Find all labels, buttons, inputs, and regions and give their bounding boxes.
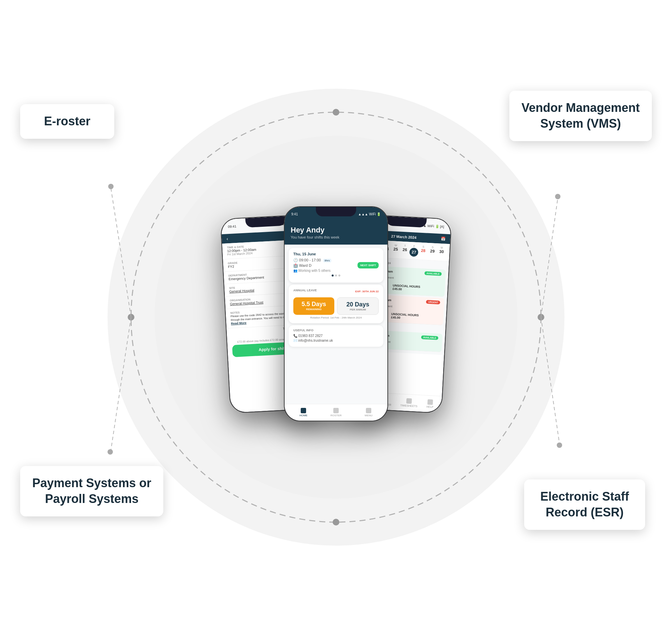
days-accrued-card: 20 Days PER ANNUM [337,297,379,315]
center-phone-notch [316,207,356,216]
next-shift-badge: NEXT SHIFT [358,262,379,268]
left-back-arrow[interactable]: ‹ [226,236,229,241]
center-status-time: 9:41 [291,212,298,216]
nav-roster[interactable]: ROSTER [331,408,342,417]
left-phone-notch [245,216,286,227]
days-remaining-card: 5.5 Days REMAINING [293,297,334,315]
shift-card: Thu, 15 June 🕐 09:00 - 17:00 8hrs 🏥 Ward… [289,248,383,283]
right-date-header: 27 March 2024 [391,234,417,239]
nav-menu[interactable]: MENU [364,408,373,417]
right-phone-notch [386,216,427,227]
leave-section: ANNUAL LEAVE EXP: 30TH JUN 22 5.5 Days R… [289,285,383,323]
center-phone: 9:41 🔔 ▲▲▲ WiFi 🔋 Hey Andy You have four… [284,206,388,421]
payment-label-text: Payment Systems orPayroll Systems [32,476,151,507]
center-status-icons: ▲▲▲ WiFi 🔋 [358,212,381,216]
eroster-label-text: E-roster [32,114,102,129]
nav-home[interactable]: HOME [299,408,308,417]
vms-label-text: Vendor ManagementSystem (VMS) [522,100,640,132]
left-status-time: 09:41 [228,224,237,228]
esr-label-box: Electronic StaffRecord (ESR) [524,480,645,530]
main-scene: E-roster Vendor ManagementSystem (VMS) P… [0,0,672,634]
leave-cards: 5.5 Days REMAINING 20 Days PER ANNUM [293,297,379,315]
eroster-label-box: E-roster [20,104,114,139]
esr-label-text: Electronic StaffRecord (ESR) [536,489,633,520]
nav-help[interactable]: HELP [426,399,434,409]
center-header: Hey Andy You have four shifts this week [285,222,387,245]
payment-label-box: Payment Systems orPayroll Systems [20,466,163,516]
useful-info-section: USEFUL INFO 📞 01983 837 2827 ✉️ info@nhs… [289,325,383,347]
dots-indicator [293,274,379,276]
vms-label-box: Vendor ManagementSystem (VMS) [509,91,652,141]
center-bottom-nav: HOME ROSTER MENU [285,404,387,421]
nav-timesheets[interactable]: TIMESHEETS [400,398,418,408]
phones-container: 09:41 ▲▲▲ WiFi 🔋 ‹ AVAILABLE TIME & DATE… [222,190,450,445]
